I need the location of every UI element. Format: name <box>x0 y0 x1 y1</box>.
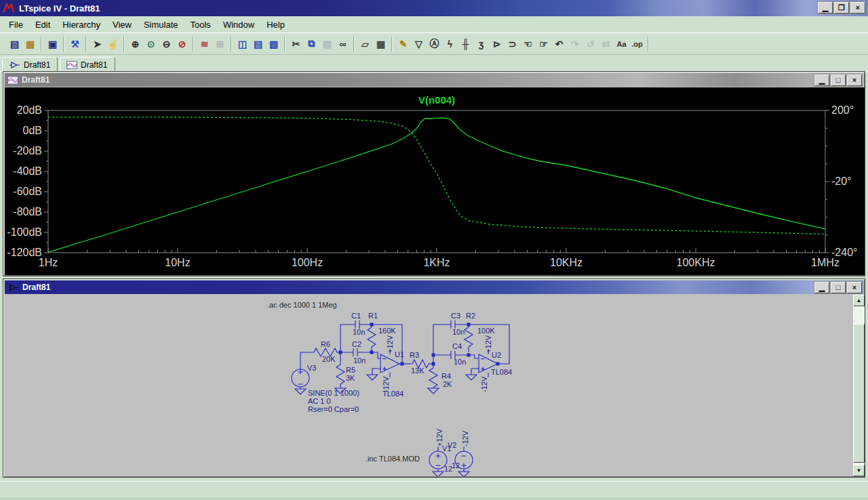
left-axis-label: 0dB <box>23 125 42 136</box>
save-icon[interactable]: ▣ <box>45 37 60 51</box>
minimize-button[interactable]: ▁ <box>814 282 829 293</box>
close-button[interactable]: × <box>850 2 865 14</box>
schematic-window-title-bar[interactable]: Draft81 ▁□× <box>5 280 863 294</box>
print-icon[interactable]: ▦ <box>373 37 389 51</box>
minimize-button[interactable]: ▁ <box>814 75 829 86</box>
paste-icon[interactable]: ▨ <box>319 37 335 51</box>
menu-item-tools[interactable]: Tools <box>184 18 217 32</box>
schematic-window: Draft81 ▁□× <box>3 278 865 478</box>
redo-icon[interactable]: ↷ <box>567 37 583 51</box>
left-axis-label: -120dB <box>7 247 42 258</box>
menu-bar: FileEditHierarchyViewSimulateToolsWindow… <box>0 16 868 33</box>
schematic-window-controls: ▁□× <box>814 282 862 293</box>
r5-name: R5 <box>346 366 355 374</box>
r4-name: R4 <box>441 372 451 380</box>
r4-value: 2K <box>443 380 452 388</box>
menu-item-hierarchy[interactable]: Hierarchy <box>56 18 106 32</box>
inductor-icon[interactable]: ʒ <box>473 37 489 51</box>
menu-item-simulate[interactable]: Simulate <box>138 18 184 32</box>
move-icon[interactable]: ☜ <box>520 37 536 51</box>
component-icon[interactable]: ⊃ <box>505 37 520 51</box>
x-axis-label: 100KHz <box>677 257 715 268</box>
halt-icon[interactable]: ☝ <box>105 37 121 51</box>
spice-directive-icon[interactable]: .op <box>629 37 645 51</box>
tile-horizontal-icon[interactable]: ▤ <box>250 37 266 51</box>
tab-schematic-draft81[interactable]: Draft81 <box>2 57 58 72</box>
schematic-canvas[interactable]: .ac dec 1000 1 1Meg .inc TL084.MOD V3 SI… <box>5 295 865 476</box>
toolbar-group: ✎▽Ⓐϟ╫ʒ⊳⊃☜☞↶↷↺⇄Aa.op <box>393 37 648 51</box>
u1-vplus-label: +12V <box>386 335 394 353</box>
zoom-out-icon[interactable]: ⊖ <box>159 37 174 51</box>
text-icon[interactable]: Aa <box>614 37 629 51</box>
c1-value: 10n <box>353 328 365 336</box>
net-label-icon[interactable]: Ⓐ <box>427 37 442 51</box>
print-preview-icon[interactable]: ▱ <box>357 37 373 51</box>
copy-icon[interactable]: ⧉ <box>304 37 319 51</box>
minimize-button[interactable]: ▁ <box>818 2 833 14</box>
schematic-vertical-scrollbar[interactable]: ▲ ▼ <box>853 295 865 476</box>
maximize-button[interactable]: □ <box>831 75 846 86</box>
waveform-window-icon <box>7 76 18 85</box>
close-button[interactable]: × <box>847 282 862 293</box>
schematic-tab-icon <box>9 61 20 69</box>
tab-label: Draft81 <box>24 60 50 70</box>
rotate-icon[interactable]: ↺ <box>583 37 598 51</box>
resistor-icon[interactable]: ϟ <box>442 37 458 51</box>
waveform-window-title-bar[interactable]: Draft81 ▁□× <box>5 73 863 87</box>
u2-vminus-label: -12V <box>480 376 488 392</box>
autorange-icon[interactable]: ⊞ <box>212 37 228 51</box>
find-icon[interactable]: ∞ <box>335 37 351 51</box>
scrollbar-thumb[interactable] <box>853 324 865 463</box>
open-icon[interactable]: ▦ <box>22 37 38 51</box>
v3-name: V3 <box>307 364 316 372</box>
v3-value-rser: Rser=0 Cpar=0 <box>308 405 359 413</box>
menu-item-window[interactable]: Window <box>217 18 260 32</box>
zoom-full-extents-icon[interactable]: ⊙ <box>143 37 159 51</box>
u1-name: U1 <box>395 350 404 358</box>
mirror-icon[interactable]: ⇄ <box>598 37 614 51</box>
wire-icon[interactable]: ✎ <box>395 37 411 51</box>
restore-button[interactable]: ❐ <box>834 2 849 14</box>
v2-name: V2 <box>448 441 456 449</box>
zoom-in-icon[interactable]: ⊕ <box>127 37 143 51</box>
waveform-window-title: Draft81 <box>22 75 50 85</box>
scroll-up-button[interactable]: ▲ <box>853 295 865 306</box>
control-panel-icon[interactable]: ⚒ <box>67 37 83 51</box>
left-axis-label: -60dB <box>13 186 42 197</box>
menu-item-view[interactable]: View <box>106 18 138 32</box>
menu-item-edit[interactable]: Edit <box>29 18 56 32</box>
x-axis-label: 10Hz <box>165 257 190 268</box>
menu-item-file[interactable]: File <box>3 18 29 32</box>
scroll-down-button[interactable]: ▼ <box>853 465 865 476</box>
r6-value: 20K <box>322 355 336 363</box>
close-button[interactable]: × <box>847 75 862 86</box>
new-schematic-icon[interactable]: ▤ <box>7 37 22 51</box>
cut-icon[interactable]: ✂ <box>288 37 304 51</box>
undo-icon[interactable]: ↶ <box>551 37 567 51</box>
main-window-controls: ▁❐× <box>818 2 865 14</box>
tab-waveform-draft81[interactable]: Draft81 <box>60 57 115 72</box>
cascade-windows-icon[interactable]: ▧ <box>266 37 281 51</box>
zoom-undo-icon[interactable]: ⊘ <box>174 37 190 51</box>
r1-value: 160K <box>378 327 396 335</box>
capacitor-icon[interactable]: ╫ <box>458 37 473 51</box>
c4-value: 10n <box>454 358 466 366</box>
run-icon[interactable]: ➤ <box>90 37 105 51</box>
diode-icon[interactable]: ⊳ <box>489 37 505 51</box>
main-title-bar[interactable]: LTspice IV - Draft81 ▁❐× <box>0 0 868 16</box>
menu-item-help[interactable]: Help <box>260 18 291 32</box>
maximize-button[interactable]: □ <box>831 282 846 293</box>
toolbar-group: ⊕⊙⊖⊘ <box>125 37 193 51</box>
drag-icon[interactable]: ☞ <box>536 37 551 51</box>
c3-name: C3 <box>451 312 460 320</box>
v3-value-sine: SINE(0 1 1000) <box>308 389 359 397</box>
schematic-window-title: Draft81 <box>22 283 50 292</box>
tile-vertical-icon[interactable]: ◫ <box>235 37 250 51</box>
bode-plot: 20dB0dB-20dB-40dB-60dB-80dB-100dB-120dB2… <box>5 87 865 275</box>
u2-minus-input: − <box>481 355 485 362</box>
waveform-pane-icon[interactable]: ≋ <box>197 37 212 51</box>
ground-icon[interactable]: ▽ <box>411 37 427 51</box>
r3-value: 13K <box>411 367 425 375</box>
status-bar <box>0 481 868 498</box>
waveform-plot-area[interactable]: 20dB0dB-20dB-40dB-60dB-80dB-100dB-120dB2… <box>5 87 865 275</box>
